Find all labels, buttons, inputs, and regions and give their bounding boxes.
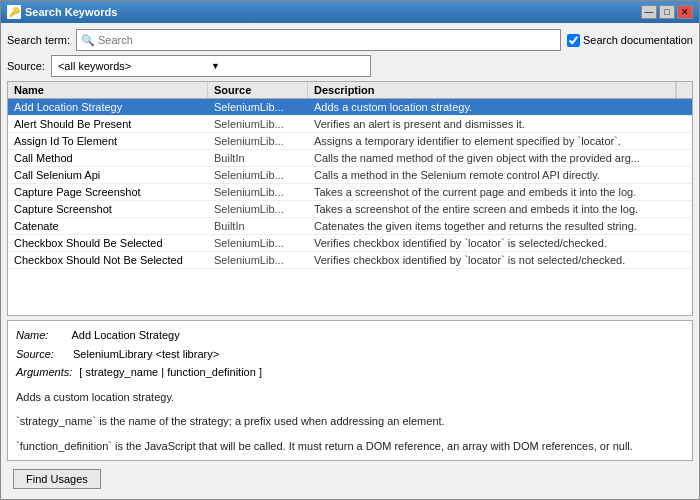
search-icon: 🔍	[81, 34, 95, 47]
cell-name: Assign Id To Element	[8, 133, 208, 149]
source-value: <all keywords>	[58, 60, 211, 72]
source-label: Source:	[7, 60, 45, 72]
table-row[interactable]: Assign Id To Element SeleniumLib... Assi…	[8, 133, 692, 150]
title-bar-left: 🔑 Search Keywords	[7, 5, 117, 19]
source-dropdown[interactable]: <all keywords> ▼	[51, 55, 371, 77]
cell-source: SeleniumLib...	[208, 184, 308, 200]
cell-name: Call Selenium Api	[8, 167, 208, 183]
cell-desc: Calls a method in the Selenium remote co…	[308, 167, 692, 183]
dropdown-arrow-icon: ▼	[211, 61, 364, 71]
cell-name: Capture Page Screenshot	[8, 184, 208, 200]
table-row[interactable]: Capture Page Screenshot SeleniumLib... T…	[8, 184, 692, 201]
main-window: 🔑 Search Keywords — □ ✕ Search term: 🔍 S…	[0, 0, 700, 500]
search-box: 🔍	[76, 29, 561, 51]
detail-para2: `strategy_name` is the name of the strat…	[16, 413, 684, 430]
keywords-table: Name Source Description Add Location Str…	[7, 81, 693, 316]
table-row[interactable]: Catenate BuiltIn Catenates the given ite…	[8, 218, 692, 235]
detail-arguments-label: Arguments:	[16, 366, 72, 378]
cell-name: Capture Screenshot	[8, 201, 208, 217]
source-row: Source: <all keywords> ▼	[7, 55, 693, 77]
table-row[interactable]: Alert Should Be Present SeleniumLib... V…	[8, 116, 692, 133]
table-row[interactable]: Add Location Strategy SeleniumLib... Add…	[8, 99, 692, 116]
search-term-row: Search term: 🔍 Search documentation	[7, 29, 693, 51]
title-bar-controls: — □ ✕	[641, 5, 693, 19]
detail-name-line: Name: Add Location Strategy	[16, 327, 684, 344]
close-button[interactable]: ✕	[677, 5, 693, 19]
detail-source-line: Source: SeleniumLibrary <test library>	[16, 346, 684, 363]
cell-source: SeleniumLib...	[208, 133, 308, 149]
cell-desc: Catenates the given items together and r…	[308, 218, 692, 234]
cell-source: BuiltIn	[208, 218, 308, 234]
search-doc-label: Search documentation	[583, 34, 693, 46]
table-header: Name Source Description	[8, 82, 692, 99]
search-term-label: Search term:	[7, 34, 70, 46]
header-scroll-spacer	[676, 82, 692, 98]
bottom-bar: Find Usages	[7, 465, 693, 493]
table-row[interactable]: Checkbox Should Not Be Selected Selenium…	[8, 252, 692, 269]
table-body[interactable]: Add Location Strategy SeleniumLib... Add…	[8, 99, 692, 315]
cell-desc: Calls the named method of the given obje…	[308, 150, 692, 166]
detail-name-value: Add Location Strategy	[71, 329, 179, 341]
cell-desc: Verifies checkbox identified by `locator…	[308, 252, 692, 268]
detail-arguments-value: [ strategy_name | function_definition ]	[79, 366, 262, 378]
table-row[interactable]: Checkbox Should Be Selected SeleniumLib.…	[8, 235, 692, 252]
cell-name: Checkbox Should Be Selected	[8, 235, 208, 251]
search-input[interactable]	[98, 34, 556, 46]
minimize-button[interactable]: —	[641, 5, 657, 19]
cell-desc: Verifies an alert is present and dismiss…	[308, 116, 692, 132]
col-header-name[interactable]: Name	[8, 82, 208, 98]
detail-args-line: Arguments: [ strategy_name | function_de…	[16, 364, 684, 381]
cell-source: SeleniumLib...	[208, 201, 308, 217]
cell-source: BuiltIn	[208, 150, 308, 166]
cell-desc: Assigns a temporary identifier to elemen…	[308, 133, 692, 149]
find-usages-button[interactable]: Find Usages	[13, 469, 101, 489]
detail-source-value: SeleniumLibrary <test library>	[73, 348, 219, 360]
cell-name: Add Location Strategy	[8, 99, 208, 115]
cell-name: Catenate	[8, 218, 208, 234]
detail-name-label: Name:	[16, 329, 48, 341]
search-doc-checkbox[interactable]	[567, 34, 580, 47]
detail-section: Name: Add Location Strategy Source: Sele…	[7, 320, 693, 461]
detail-source-label: Source:	[16, 348, 54, 360]
col-header-description[interactable]: Description	[308, 82, 676, 98]
cell-desc: Takes a screenshot of the current page a…	[308, 184, 692, 200]
table-row[interactable]: Call Method BuiltIn Calls the named meth…	[8, 150, 692, 167]
detail-para3: `function_definition` is the JavaScript …	[16, 438, 684, 455]
content-area: Search term: 🔍 Search documentation Sour…	[1, 23, 699, 499]
table-row[interactable]: Capture Screenshot SeleniumLib... Takes …	[8, 201, 692, 218]
title-bar: 🔑 Search Keywords — □ ✕	[1, 1, 699, 23]
cell-name: Checkbox Should Not Be Selected	[8, 252, 208, 268]
detail-para1: Adds a custom location strategy.	[16, 389, 684, 406]
cell-source: SeleniumLib...	[208, 167, 308, 183]
cell-source: SeleniumLib...	[208, 116, 308, 132]
window-title: Search Keywords	[25, 6, 117, 18]
maximize-button[interactable]: □	[659, 5, 675, 19]
search-doc-checkbox-row: Search documentation	[567, 34, 693, 47]
cell-source: SeleniumLib...	[208, 99, 308, 115]
table-row[interactable]: Call Selenium Api SeleniumLib... Calls a…	[8, 167, 692, 184]
cell-source: SeleniumLib...	[208, 235, 308, 251]
col-header-source[interactable]: Source	[208, 82, 308, 98]
cell-desc: Adds a custom location strategy.	[308, 99, 692, 115]
cell-name: Call Method	[8, 150, 208, 166]
cell-desc: Takes a screenshot of the entire screen …	[308, 201, 692, 217]
cell-source: SeleniumLib...	[208, 252, 308, 268]
window-icon: 🔑	[7, 5, 21, 19]
cell-desc: Verifies checkbox identified by `locator…	[308, 235, 692, 251]
cell-name: Alert Should Be Present	[8, 116, 208, 132]
